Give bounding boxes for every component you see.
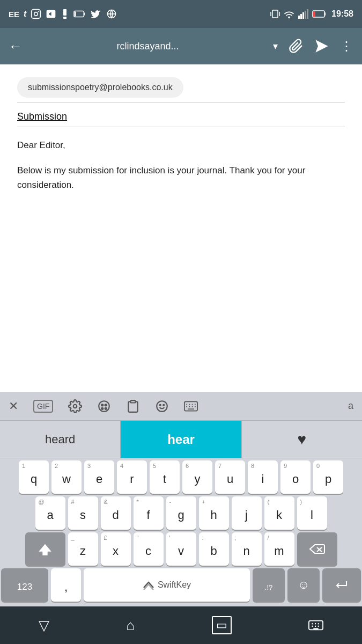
emoji-face-key[interactable]: ☺: [287, 568, 320, 602]
signal-icon: [298, 9, 309, 19]
key-g[interactable]: -g: [166, 496, 196, 530]
email-content-area: submissionspoetry@prolebooks.co.uk Submi…: [0, 64, 362, 322]
settings-icon[interactable]: [68, 399, 82, 413]
svg-point-22: [73, 404, 77, 408]
key-t[interactable]: 5t: [150, 460, 180, 494]
alert-icon: [61, 9, 69, 19]
svg-point-1: [34, 12, 38, 16]
close-keyboard-button[interactable]: ✕: [9, 399, 18, 413]
keyboard-keys: 1q 2w 3e 4r 5t 6y 7u 8i 9o 0p @a #s &d *…: [0, 458, 362, 606]
key-j[interactable]: j: [232, 496, 262, 530]
email-toolbar: ← rclindsayand... ▾ ⋮: [0, 28, 362, 64]
svg-point-24: [101, 404, 103, 406]
key-row-3: _z £x "c 'v :b ;n /m: [1, 532, 361, 566]
svg-point-2: [38, 11, 39, 12]
send-button[interactable]: [314, 39, 329, 54]
comma-key[interactable]: ,: [51, 568, 81, 602]
keyboard-toolbar-row: ✕ GIF: [0, 392, 362, 421]
svg-rect-0: [32, 10, 41, 19]
vibrate-icon: [270, 9, 280, 19]
svg-point-23: [99, 401, 110, 412]
key-s[interactable]: #s: [68, 496, 98, 530]
svg-rect-13: [298, 16, 300, 19]
key-p[interactable]: 0p: [313, 460, 343, 494]
suggestion-hear[interactable]: hear: [121, 421, 241, 458]
svg-rect-6: [84, 12, 85, 16]
more-options-icon[interactable]: ⋮: [340, 39, 353, 54]
key-n[interactable]: ;n: [232, 532, 262, 566]
suggestion-heard[interactable]: heard: [0, 421, 121, 458]
key-f[interactable]: *f: [134, 496, 164, 530]
key-q[interactable]: 1q: [19, 460, 49, 494]
svg-rect-3: [63, 9, 67, 16]
youtube-icon: [46, 9, 56, 19]
nav-keyboard-button[interactable]: [308, 619, 323, 632]
wifi-icon: [283, 9, 295, 19]
key-h[interactable]: +h: [199, 496, 229, 530]
key-m[interactable]: /m: [264, 532, 294, 566]
key-i[interactable]: 8i: [248, 460, 278, 494]
punct-key[interactable]: .!?: [253, 568, 285, 602]
svg-rect-16: [305, 11, 306, 19]
clipboard-icon[interactable]: [126, 399, 140, 413]
t-icon: t: [24, 9, 26, 19]
key-a[interactable]: @a: [35, 496, 65, 530]
nav-home-button[interactable]: ⌂: [126, 617, 135, 634]
key-r[interactable]: 4r: [117, 460, 147, 494]
twitter-icon: [90, 9, 101, 19]
key-x[interactable]: £x: [101, 532, 131, 566]
keyboard-container: ✕ GIF: [0, 392, 362, 606]
shift-key[interactable]: [25, 532, 65, 566]
swiftkey-label: SwiftKey: [158, 580, 191, 590]
dropdown-icon[interactable]: ▾: [273, 40, 278, 52]
svg-rect-4: [63, 17, 67, 19]
enter-key[interactable]: [322, 568, 361, 602]
svg-marker-42: [39, 544, 51, 555]
carrier-label: EE: [9, 10, 19, 19]
key-v[interactable]: 'v: [166, 532, 196, 566]
svg-point-29: [157, 401, 168, 412]
key-c[interactable]: "c: [134, 532, 164, 566]
svg-marker-21: [315, 40, 328, 52]
key-row-2: @a #s &d *f -g +h j (k )l: [1, 496, 361, 530]
battery-status-icon: [312, 10, 326, 18]
attach-icon[interactable]: [289, 39, 304, 54]
emoji-icon[interactable]: [155, 399, 169, 413]
key-row-4: 123 , SwiftKey .!? ☺: [1, 568, 361, 602]
space-key[interactable]: SwiftKey: [84, 568, 250, 602]
num-key[interactable]: 123: [1, 568, 48, 602]
key-d[interactable]: &d: [101, 496, 131, 530]
key-k[interactable]: (k: [264, 496, 294, 530]
nav-bar: ▽ ⌂ ▭: [0, 606, 362, 644]
to-address[interactable]: submissionspoetry@prolebooks.co.uk: [17, 77, 183, 98]
key-y[interactable]: 6y: [182, 460, 212, 494]
key-w[interactable]: 2w: [51, 460, 82, 494]
nav-back-button[interactable]: ▽: [39, 617, 49, 634]
key-u[interactable]: 7u: [215, 460, 245, 494]
key-e[interactable]: 3e: [84, 460, 114, 494]
subject-row: Submission: [17, 111, 345, 122]
suggestion-heart[interactable]: ♥: [242, 421, 362, 458]
key-o[interactable]: 9o: [280, 460, 311, 494]
key-z[interactable]: _z: [68, 532, 98, 566]
svg-rect-10: [272, 10, 278, 18]
to-row: submissionspoetry@prolebooks.co.uk: [17, 77, 345, 98]
backspace-key[interactable]: [297, 532, 337, 566]
globe-icon: [106, 9, 117, 19]
key-l[interactable]: )l: [297, 496, 327, 530]
stickers-icon[interactable]: [97, 399, 111, 413]
nav-recents-button[interactable]: ▭: [212, 616, 232, 634]
time-display: 19:58: [331, 9, 353, 19]
key-row-1: 1q 2w 3e 4r 5t 6y 7u 8i 9o 0p: [1, 460, 361, 494]
svg-rect-15: [302, 12, 304, 19]
subject-field[interactable]: Submission: [17, 111, 67, 122]
key-b[interactable]: :b: [199, 532, 229, 566]
gif-button[interactable]: GIF: [33, 400, 53, 413]
svg-point-30: [160, 404, 161, 405]
subject-divider: [17, 127, 345, 127]
keyboard-layout-icon[interactable]: [184, 400, 198, 412]
svg-rect-28: [131, 400, 136, 402]
svg-rect-14: [300, 14, 302, 19]
back-button[interactable]: ←: [9, 38, 23, 55]
email-body[interactable]: Dear Editor, Below is my submission for …: [17, 138, 345, 193]
